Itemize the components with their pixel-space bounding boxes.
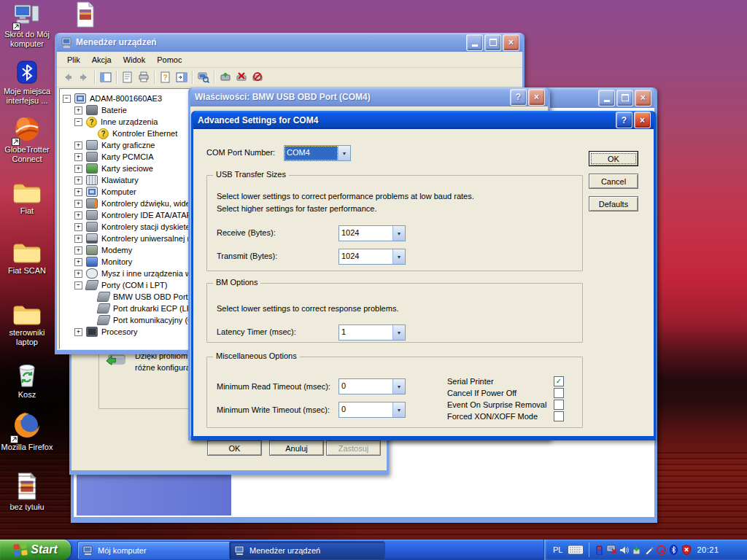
help-button[interactable]: ? xyxy=(158,70,173,85)
cancel-button[interactable]: Anuluj xyxy=(269,440,324,456)
close-button[interactable]: × xyxy=(634,112,651,128)
desktop-icon-bluetooth-places[interactable]: Moje miejsca interfejsu ... xyxy=(0,60,54,106)
expand-box[interactable]: + xyxy=(74,165,82,173)
advanced-settings-content: COM Port Number: COM4 ▼ OK Cancel Defaul… xyxy=(193,129,654,436)
properties-button[interactable] xyxy=(120,70,135,85)
desktop-icon-folder-fiat[interactable]: Fiat xyxy=(0,181,54,216)
desktop-icon-bez-tytulu[interactable]: bez tytułu xyxy=(0,472,54,512)
disable-button[interactable] xyxy=(250,70,265,85)
menu-plik[interactable]: Plik xyxy=(61,54,86,66)
cancel-button[interactable]: Cancel xyxy=(589,174,638,189)
advanced-settings-titlebar[interactable]: Advanced Settings for COM4 ? × xyxy=(193,111,654,129)
forward-button[interactable] xyxy=(77,70,91,85)
maximize-button[interactable] xyxy=(484,34,501,51)
keyboard-layout-icon[interactable] xyxy=(567,545,584,556)
start-button[interactable]: Start xyxy=(0,540,71,560)
collapse-box[interactable]: − xyxy=(63,95,71,103)
mouse-icon xyxy=(86,268,98,279)
show-action-pane-button[interactable] xyxy=(174,70,189,85)
min-write-timeout-select[interactable]: 0 ▼ xyxy=(338,402,406,418)
usb-icon xyxy=(86,233,98,244)
checkbox-checked[interactable]: ✓ xyxy=(554,376,564,386)
dropdown-arrow-icon[interactable]: ▼ xyxy=(392,325,405,340)
bluetooth-icon[interactable] xyxy=(668,545,679,556)
com-port-select[interactable]: COM4 ▼ xyxy=(284,145,351,161)
expand-box[interactable]: + xyxy=(74,235,82,243)
expand-box[interactable]: + xyxy=(74,188,82,196)
task-my-computer[interactable]: Mój komputer xyxy=(77,541,233,560)
minimize-button[interactable] xyxy=(466,34,483,51)
tree-item-label: Komputer xyxy=(101,187,136,196)
back-button[interactable] xyxy=(61,70,75,85)
print-button[interactable] xyxy=(136,70,151,85)
checkbox-unchecked[interactable] xyxy=(554,411,564,421)
desktop-icon-firefox[interactable]: Mozilla Firefox xyxy=(0,410,54,452)
port-properties-titlebar[interactable]: Właściwości: BMW USB OBD Port (COM4) ? × xyxy=(190,88,548,106)
uninstall-button[interactable] xyxy=(234,70,249,85)
maximize-button[interactable] xyxy=(616,90,633,106)
expand-box[interactable]: + xyxy=(74,141,82,149)
battery-icon[interactable] xyxy=(594,545,605,556)
desktop-icon-shortcut-my-computer[interactable]: Skrót do Mój komputer xyxy=(0,3,54,49)
dropdown-arrow-icon[interactable]: ▼ xyxy=(392,402,405,417)
collapse-box[interactable]: − xyxy=(74,118,82,126)
connect-icon[interactable] xyxy=(631,545,642,556)
desktop-icon-label: GlobeTrotter Connect xyxy=(0,145,54,164)
desktop-icon-folder-sterowniki[interactable]: sterowniki laptop xyxy=(0,303,54,347)
svg-text:?: ? xyxy=(163,74,167,82)
usb-help-text-1: Select lower settings to correct perform… xyxy=(217,192,474,201)
close-button[interactable]: × xyxy=(528,89,545,106)
security-alert-icon[interactable] xyxy=(681,545,692,556)
close-button[interactable]: × xyxy=(503,34,519,51)
vodafone-icon[interactable] xyxy=(656,545,667,556)
scan-hardware-button[interactable] xyxy=(196,70,211,85)
menu-akcja[interactable]: Akcja xyxy=(86,54,117,66)
dropdown-arrow-icon[interactable]: ▼ xyxy=(392,226,405,241)
expand-box[interactable]: + xyxy=(74,328,82,336)
desktop-icon-recycle-bin[interactable]: Kosz xyxy=(0,362,54,400)
desktop-icon-globetrotter[interactable]: GlobeTrotter Connect xyxy=(0,115,54,164)
dropdown-arrow-icon[interactable]: ▼ xyxy=(392,379,405,394)
pen-icon[interactable] xyxy=(643,545,654,556)
menu-widok[interactable]: Widok xyxy=(117,54,152,66)
expand-box[interactable]: + xyxy=(74,200,82,208)
expand-box[interactable]: + xyxy=(74,106,82,114)
expand-box[interactable]: + xyxy=(74,270,82,278)
latency-timer-select[interactable]: 1 ▼ xyxy=(338,324,406,341)
groupbox-title: BM Options xyxy=(213,278,260,287)
checkbox-unchecked[interactable] xyxy=(554,388,564,398)
language-indicator[interactable]: PL xyxy=(553,545,562,554)
expand-box[interactable]: + xyxy=(74,176,82,184)
expand-box[interactable]: + xyxy=(74,246,82,254)
show-console-tree-button[interactable] xyxy=(98,70,113,85)
volume-icon[interactable] xyxy=(619,545,630,556)
checkbox-unchecked[interactable] xyxy=(554,400,564,410)
update-driver-button[interactable] xyxy=(218,70,233,85)
dropdown-arrow-icon[interactable]: ▼ xyxy=(338,146,350,160)
tree-item-label: ADAM-8001660AE3 xyxy=(90,94,162,103)
receive-bytes-select[interactable]: 1024 ▼ xyxy=(338,225,406,241)
expand-box[interactable]: + xyxy=(74,211,82,219)
transmit-bytes-value: 1024 xyxy=(339,249,392,264)
display-error-icon[interactable] xyxy=(606,545,617,556)
desktop-icon-picture-file[interactable] xyxy=(58,1,112,30)
transmit-bytes-select[interactable]: 1024 ▼ xyxy=(338,249,406,265)
expand-box[interactable]: + xyxy=(74,223,82,231)
help-button[interactable]: ? xyxy=(510,89,527,106)
ok-button[interactable]: OK xyxy=(207,440,262,456)
min-read-timeout-select[interactable]: 0 ▼ xyxy=(338,378,406,394)
task-device-manager[interactable]: Menedżer urządzeń xyxy=(229,541,385,560)
collapse-box[interactable]: − xyxy=(74,281,82,289)
menu-pomoc[interactable]: Pomoc xyxy=(151,54,187,66)
expand-box[interactable]: + xyxy=(74,153,82,161)
desktop-icon-label: Kosz xyxy=(0,390,54,400)
close-button[interactable]: × xyxy=(635,90,651,106)
expand-box[interactable]: + xyxy=(74,258,82,266)
desktop-icon-folder-fiat-scan[interactable]: Fiat SCAN xyxy=(0,241,54,276)
help-button[interactable]: ? xyxy=(616,112,632,128)
defaults-button[interactable]: Defaults xyxy=(589,196,638,211)
device-manager-titlebar[interactable]: Menedżer urządzeń × xyxy=(57,33,522,52)
minimize-button[interactable] xyxy=(598,90,615,106)
dropdown-arrow-icon[interactable]: ▼ xyxy=(392,249,405,264)
ok-button[interactable]: OK xyxy=(589,151,638,166)
